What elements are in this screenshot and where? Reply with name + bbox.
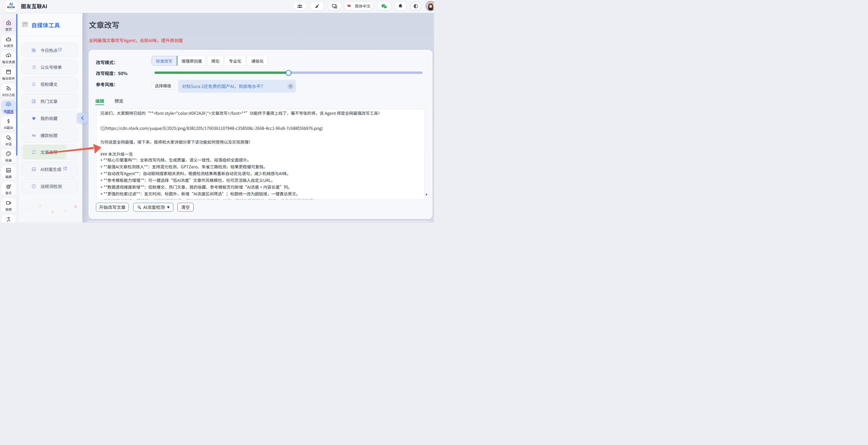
- svg-text:$: $: [7, 118, 10, 124]
- svg-text:Aa: Aa: [32, 133, 36, 138]
